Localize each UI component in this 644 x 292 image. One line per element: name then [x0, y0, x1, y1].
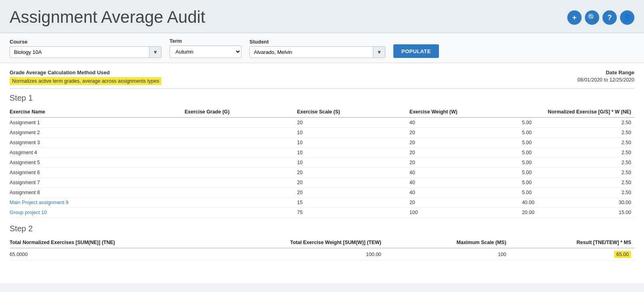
col-header-result: Result [TNE/TEW] * MS [509, 237, 634, 248]
table-row: Assgiment 410205.002.50 [10, 148, 634, 158]
exercise-weight-cell: 40 [409, 178, 522, 188]
course-dropdown-btn[interactable]: ▼ [149, 47, 161, 58]
col-header-weight: Exercise Weight (W) [409, 107, 522, 117]
table-row: Assignment 120405.002.50 [10, 117, 634, 128]
table-row: Group project 107510020.0015.00 [10, 208, 634, 218]
page-title: Assignment Average Audit [10, 8, 205, 26]
step2-table: Total Normalized Exercises [SUM(NE)] (TN… [10, 237, 634, 260]
exercise-weight-cell: 20 [409, 198, 522, 208]
exercise-grade-cell [185, 188, 297, 198]
exercise-weight-cell: 20 [409, 158, 522, 168]
exercise-scale-cell: 75 [297, 208, 409, 218]
table-row: Assignment 210205.002.50 [10, 128, 634, 138]
exercise-weight-cell: 40 [409, 117, 522, 128]
exercise-ne-cell: 5.002.50 [522, 128, 634, 138]
exercise-grade-cell [185, 208, 297, 218]
term-control: Term Autumn Spring Summer Winter [169, 38, 241, 58]
exercise-grade-cell [185, 158, 297, 168]
date-range-value: 08/01/2020 to 12/25/2020 [578, 77, 635, 83]
exercise-ne-cell: 5.002.50 [522, 138, 634, 148]
student-dropdown-btn[interactable]: ▼ [373, 47, 385, 58]
step1-heading: Step 1 [10, 93, 634, 103]
exercise-ne-cell: 40.0030.00 [522, 198, 634, 208]
calc-method-section: Grade Average Calculation Method Used No… [10, 70, 161, 85]
exercise-weight-cell: 20 [409, 138, 522, 148]
help-icon[interactable]: ? [602, 10, 617, 25]
course-label: Course [10, 39, 161, 45]
course-input[interactable] [10, 47, 149, 58]
search-icon[interactable]: 🔍 [585, 10, 599, 25]
exercise-scale-cell: 10 [297, 158, 409, 168]
col-header-grade: Exercise Grade (G) [185, 107, 297, 117]
date-range-label: Date Range [578, 70, 635, 75]
student-input[interactable] [250, 47, 373, 58]
exercise-name-cell: Assignment 7 [10, 178, 185, 188]
course-dropdown-wrapper: ▼ [10, 46, 161, 58]
header-icons: + 🔍 ? 👤 [567, 10, 634, 26]
controls-bar: Course ▼ Term Autumn Spring Summer Winte… [0, 33, 644, 63]
user-icon[interactable]: 👤 [620, 10, 634, 25]
exercise-weight-cell: 40 [409, 188, 522, 198]
tew-cell: 100.00 [197, 248, 385, 260]
col-header-scale: Exercise Scale (S) [297, 107, 409, 117]
exercise-scale-cell: 20 [297, 188, 409, 198]
divider-1 [10, 88, 634, 89]
meta-row: Grade Average Calculation Method Used No… [10, 70, 634, 85]
col-header-ms: Maximum Scale (MS) [385, 237, 510, 248]
exercise-ne-cell: 5.002.50 [522, 148, 634, 158]
col-header-tew: Total Exercise Weight [SUM(W)] (TEW) [197, 237, 385, 248]
exercise-grade-cell [185, 128, 297, 138]
exercise-weight-cell: 40 [409, 168, 522, 178]
exercise-name-cell: Assignment 6 [10, 168, 185, 178]
exercise-weight-cell: 20 [409, 128, 522, 138]
exercise-weight-cell: 100 [409, 208, 522, 218]
col-header-tne: Total Normalized Exercises [SUM(NE)] (TN… [10, 237, 197, 248]
course-control: Course ▼ [10, 39, 161, 58]
table-row: Assignment 310205.002.50 [10, 138, 634, 148]
exercise-name-cell: Assgiment 4 [10, 148, 185, 158]
populate-button[interactable]: POPULATE [393, 44, 439, 58]
exercise-grade-cell [185, 178, 297, 188]
term-select[interactable]: Autumn Spring Summer Winter [169, 46, 241, 58]
main-content: Grade Average Calculation Method Used No… [0, 63, 644, 283]
exercise-grade-cell [185, 168, 297, 178]
student-dropdown-wrapper: ▼ [249, 46, 385, 58]
step1-table: Exercise Name Exercise Grade (G) Exercis… [10, 107, 634, 218]
col-header-ne: Normalized Exercise [G/S] * W (NE) [522, 107, 634, 117]
exercise-name-cell: Assignment 2 [10, 128, 185, 138]
exercise-name-cell: Assignment 3 [10, 138, 185, 148]
exercise-scale-cell: 10 [297, 138, 409, 148]
exercise-name-cell: Group project 10 [10, 208, 185, 218]
plus-icon[interactable]: + [567, 10, 582, 25]
exercise-grade-cell [185, 138, 297, 148]
student-label: Student [249, 39, 385, 45]
step2-section: Step 2 Total Normalized Exercises [SUM(N… [10, 224, 634, 260]
ms-cell: 100 [385, 248, 510, 260]
date-range-section: Date Range 08/01/2020 to 12/25/2020 [578, 70, 635, 83]
table-row: Assignment 510205.002.50 [10, 158, 634, 168]
exercise-grade-cell [185, 117, 297, 128]
exercise-grade-cell [185, 198, 297, 208]
exercise-ne-cell: 5.002.50 [522, 178, 634, 188]
table-row: Assignment 720405.002.50 [10, 178, 634, 188]
student-control: Student ▼ [249, 39, 385, 58]
table-row: Assignment 820405.002.50 [10, 188, 634, 198]
exercise-ne-cell: 20.0015.00 [522, 208, 634, 218]
calc-method-label: Grade Average Calculation Method Used [10, 70, 161, 75]
exercise-ne-cell: 5.002.50 [522, 168, 634, 178]
table-row: 65.0000100.0010065.00 [10, 248, 634, 260]
exercise-scale-cell: 10 [297, 128, 409, 138]
calc-method-value: Normalizes active term grades, average a… [10, 77, 161, 85]
tne-cell: 65.0000 [10, 248, 197, 260]
exercise-ne-cell: 5.002.50 [522, 117, 634, 128]
term-label: Term [169, 38, 241, 44]
table-row: Assignment 620405.002.50 [10, 168, 634, 178]
exercise-name-cell: Main Project assignment 9 [10, 198, 185, 208]
header-bar: Assignment Average Audit + 🔍 ? 👤 [0, 0, 644, 33]
exercise-ne-cell: 5.002.50 [522, 158, 634, 168]
table-row: Main Project assignment 9152040.0030.00 [10, 198, 634, 208]
exercise-name-cell: Assignment 1 [10, 117, 185, 128]
exercise-weight-cell: 20 [409, 148, 522, 158]
exercise-scale-cell: 15 [297, 198, 409, 208]
exercise-grade-cell [185, 148, 297, 158]
